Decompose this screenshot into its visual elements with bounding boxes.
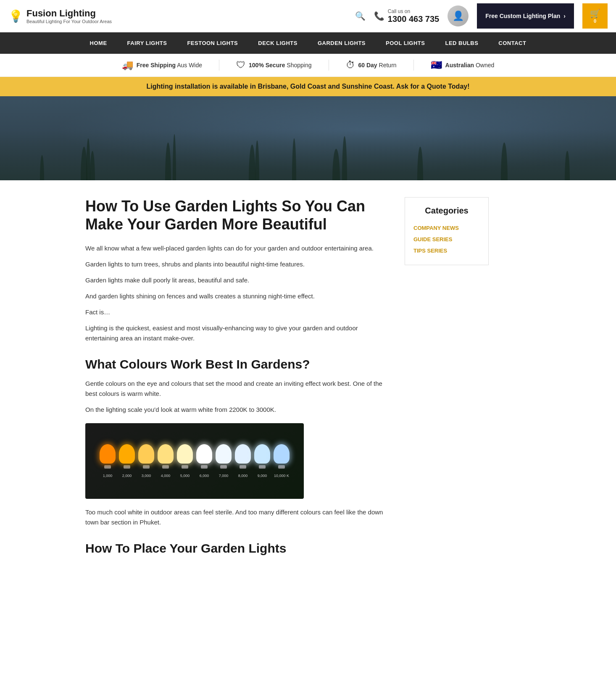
- article-para: And garden lights shining on fences and …: [85, 291, 388, 301]
- main-content: How To Use Garden Lights So You Can Make…: [77, 180, 539, 580]
- article-paragraphs: We all know what a few well-placed garde…: [85, 243, 388, 343]
- article-para: Fact is…: [85, 307, 388, 317]
- categories-box: Categories COMPANY NEWSGUIDE SERIESTIPS …: [405, 197, 489, 265]
- svg-point-2: [90, 151, 95, 180]
- svg-point-5: [249, 145, 255, 180]
- header-right: 🔍 📞 Call us on 1300 463 735 👤 Free Custo…: [355, 3, 608, 29]
- bulb-8: [254, 444, 270, 469]
- section2-heading: How To Place Your Garden Lights: [85, 541, 388, 556]
- categories-title: Categories: [413, 206, 480, 216]
- nav-item-garden-lights[interactable]: GARDEN LIGHTS: [308, 32, 376, 54]
- article-para: We all know what a few well-placed garde…: [85, 243, 388, 253]
- promo-banner-text: Lighting installation is available in Br…: [147, 83, 470, 90]
- after-image-text: Too much cool white in outdoor areas can…: [85, 507, 388, 527]
- kelvin-label-7: 8,000: [235, 474, 251, 478]
- main-nav: HOMEFAIRY LIGHTSFESTOON LIGHTSDECK LIGHT…: [0, 32, 616, 54]
- svg-point-8: [342, 136, 347, 180]
- nav-item-fairy-lights[interactable]: FAIRY LIGHTS: [117, 32, 177, 54]
- section1-paragraphs: Gentle colours on the eye and colours th…: [85, 379, 388, 415]
- trust-bar: 🚚 Free Shipping Aus Wide 🛡 100% Secure S…: [0, 54, 616, 77]
- kelvin-label-5: 6,000: [196, 474, 212, 478]
- hero-image: [0, 96, 616, 180]
- cart-button[interactable]: 🛒 0: [582, 3, 608, 29]
- nav-item-festoon-lights[interactable]: FESTOON LIGHTS: [177, 32, 248, 54]
- cart-count: 0: [594, 18, 596, 24]
- article-para: Garden lights to turn trees, shrubs and …: [85, 259, 388, 269]
- hero-grass-svg: [0, 113, 616, 180]
- sidebar: Categories COMPANY NEWSGUIDE SERIESTIPS …: [405, 197, 489, 563]
- kelvin-label-8: 9,000: [254, 474, 270, 478]
- trust-shipping-text: Free Shipping Aus Wide: [137, 62, 202, 68]
- logo-icon: 💡: [8, 9, 23, 23]
- trust-australian: 🇦🇺 Australian Owned: [414, 60, 511, 71]
- shipping-icon: 🚚: [122, 60, 133, 71]
- person-avatar: 👤: [448, 5, 469, 26]
- svg-point-13: [292, 138, 296, 180]
- svg-point-12: [40, 155, 44, 180]
- nav-item-contact[interactable]: CONTACT: [488, 32, 536, 54]
- trust-secure-text: 100% Secure Shopping: [249, 62, 311, 68]
- kelvin-labels: 1,0002,0003,0004,0005,0006,0007,0008,000…: [100, 474, 290, 478]
- logo-title: Fusion Lighting: [26, 8, 96, 18]
- bulbs-row: [100, 444, 290, 469]
- kelvin-label-9: 10,000 K: [274, 474, 290, 478]
- bulb-1: [119, 444, 135, 469]
- svg-point-6: [255, 140, 259, 180]
- nav-item-home[interactable]: HOME: [80, 32, 117, 54]
- logo-subtitle: Beautiful Lighting For Your Outdoor Area…: [26, 19, 112, 24]
- bulb-0: [100, 444, 116, 469]
- category-link-guide-series[interactable]: GUIDE SERIES: [413, 234, 480, 245]
- article-para: Lighting is the quickest, easiest and mo…: [85, 323, 388, 343]
- svg-point-11: [565, 151, 570, 180]
- trust-return-text: 60 Day Return: [358, 62, 397, 68]
- article-para: Garden lights make dull poorly lit areas…: [85, 275, 388, 285]
- section1-para: On the lighting scale you'd look at warm…: [85, 405, 388, 415]
- svg-point-9: [417, 147, 423, 180]
- svg-point-4: [173, 134, 176, 180]
- category-link-tips-series[interactable]: TIPS SERIES: [413, 245, 480, 256]
- sidebar-links: COMPANY NEWSGUIDE SERIESTIPS SERIES: [413, 222, 480, 256]
- custom-lighting-arrow: ›: [563, 13, 566, 19]
- kelvin-label-2: 3,000: [138, 474, 154, 478]
- bulb-2: [138, 444, 154, 469]
- section1-para: Gentle colours on the eye and colours th…: [85, 379, 388, 399]
- bulb-5: [196, 444, 212, 469]
- kelvin-label-1: 2,000: [119, 474, 135, 478]
- phone-icon: 📞: [374, 11, 384, 21]
- kelvin-label-3: 4,000: [158, 474, 174, 478]
- article-title: How To Use Garden Lights So You Can Make…: [85, 197, 388, 233]
- kelvin-label-4: 5,000: [177, 474, 193, 478]
- call-label: Call us on: [388, 8, 439, 14]
- call-area: 📞 Call us on 1300 463 735: [374, 8, 439, 24]
- color-temp-image: 1,0002,0003,0004,0005,0006,0007,0008,000…: [85, 423, 304, 499]
- article: How To Use Garden Lights So You Can Make…: [85, 197, 388, 563]
- nav-item-deck-lights[interactable]: DECK LIGHTS: [248, 32, 308, 54]
- secure-icon: 🛡: [236, 60, 245, 71]
- svg-point-1: [86, 138, 90, 180]
- category-link-company-news[interactable]: COMPANY NEWS: [413, 222, 480, 234]
- nav-item-led-bulbs[interactable]: LED BULBS: [435, 32, 488, 54]
- nav-item-pool-lights[interactable]: POOL LIGHTS: [376, 32, 435, 54]
- bulb-4: [177, 444, 193, 469]
- bulb-6: [216, 444, 232, 469]
- trust-shipping: 🚚 Free Shipping Aus Wide: [105, 60, 219, 71]
- bulb-3: [158, 444, 174, 469]
- bulb-7: [235, 444, 251, 469]
- site-header: 💡 Fusion Lighting Beautiful Lighting For…: [0, 0, 616, 32]
- svg-point-7: [332, 149, 340, 180]
- bulb-9: [274, 444, 290, 469]
- custom-lighting-button[interactable]: Free Custom Lighting Plan ›: [477, 3, 574, 29]
- section1-heading: What Colours Work Best In Gardens?: [85, 357, 388, 372]
- kelvin-label-0: 1,000: [100, 474, 116, 478]
- trust-return: ⏱ 60 Day Return: [329, 60, 414, 71]
- search-icon[interactable]: 🔍: [355, 11, 366, 21]
- return-icon: ⏱: [346, 60, 355, 71]
- kelvin-label-6: 7,000: [216, 474, 232, 478]
- phone-number[interactable]: 1300 463 735: [388, 14, 439, 24]
- svg-point-3: [165, 142, 171, 180]
- svg-point-10: [501, 142, 508, 180]
- trust-australian-text: Australian Owned: [445, 62, 495, 68]
- custom-lighting-label: Free Custom Lighting Plan: [485, 13, 560, 19]
- australian-icon: 🇦🇺: [431, 60, 442, 71]
- logo[interactable]: 💡 Fusion Lighting Beautiful Lighting For…: [8, 8, 112, 24]
